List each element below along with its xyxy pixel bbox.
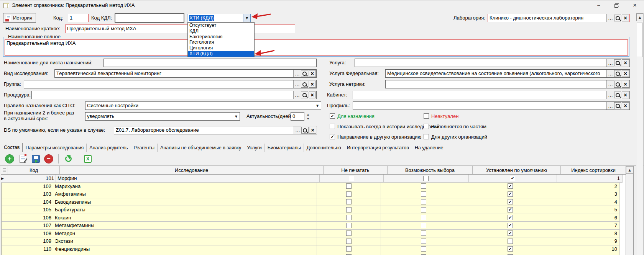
search-icon[interactable] (301, 92, 308, 98)
delete-button[interactable]: − (44, 154, 54, 164)
form-scrollbar[interactable]: ▲ (636, 13, 644, 255)
name-for-sheet-input[interactable] (104, 59, 317, 67)
default-checkbox[interactable]: ✔ (508, 199, 513, 204)
search-icon[interactable] (614, 70, 621, 77)
tab-analizy-ne-obedinyaemye[interactable]: Анализы не объединяемые в заявку (158, 144, 244, 152)
tab-biomaterialy[interactable]: Биоматериалы (265, 144, 304, 152)
no-print-checkbox[interactable] (346, 183, 352, 189)
cabinet-field[interactable]: … × (353, 91, 630, 99)
search-icon[interactable] (301, 81, 308, 88)
table-row[interactable]: 105 Барбитураты ✔ 5 (1, 206, 633, 214)
checkbox-for-assignment[interactable]: ✔ Для назначения (330, 113, 375, 119)
table-row[interactable]: 102 Марихуана ✔ 2 (1, 183, 633, 191)
clear-button[interactable]: × (622, 59, 629, 66)
no-print-checkbox[interactable] (346, 230, 352, 236)
table-row[interactable]: 110 Фенциклидины ✔ 10 (1, 245, 633, 253)
repeat-assign-combobox[interactable]: уведомлять ▼ (85, 112, 240, 121)
laboratory-field[interactable]: Клинико - диагностическая лаборатория … … (488, 14, 630, 22)
can-select-checkbox[interactable] (421, 246, 426, 252)
no-print-checkbox[interactable] (346, 246, 352, 252)
table-row[interactable]: 109 Экстази 9 (1, 237, 633, 245)
chevron-down-icon[interactable]: ▼ (233, 113, 240, 120)
dropdown-option[interactable]: Бактериология (188, 34, 254, 40)
search-icon[interactable] (614, 81, 621, 88)
add-button[interactable]: + (5, 154, 15, 164)
chevron-down-icon[interactable]: ▼ (243, 14, 250, 22)
clear-button[interactable]: × (622, 81, 629, 88)
search-icon[interactable] (614, 15, 621, 21)
default-checkbox[interactable]: ✔ (508, 191, 513, 197)
table-row[interactable]: 106 Кокаин ✔ 6 (1, 214, 633, 222)
edit-button[interactable] (18, 154, 28, 164)
clear-button[interactable]: × (309, 70, 316, 77)
history-button[interactable]: История (3, 13, 36, 23)
no-print-checkbox[interactable] (346, 199, 352, 204)
can-select-checkbox[interactable] (421, 215, 426, 220)
restore-button[interactable] (608, 0, 625, 10)
can-select-checkbox[interactable] (423, 176, 429, 181)
can-select-checkbox[interactable] (421, 207, 426, 212)
code-kdl-input[interactable] (115, 13, 184, 23)
chevron-down-icon[interactable]: ▼ (314, 102, 321, 110)
table-row[interactable]: 103 Амфетамины ✔ 3 (1, 190, 633, 198)
search-icon[interactable] (614, 102, 621, 109)
tab-analiz-roditel[interactable]: Анализ-родитель (87, 144, 131, 152)
lab-type-combobox[interactable]: ХТИ (КДЛ) ▼ (187, 14, 251, 22)
default-checkbox[interactable]: ✔ (508, 215, 513, 220)
checkbox-inactive[interactable]: Неактуален (424, 113, 458, 119)
lookup-ellipsis-button[interactable]: … (606, 102, 614, 110)
column-header-no-print[interactable]: Не печатать (324, 166, 388, 174)
service-netriki-field[interactable]: … × (385, 80, 630, 88)
no-print-checkbox[interactable] (346, 223, 352, 228)
cito-rule-combobox[interactable]: Системные настройки ▼ (85, 101, 321, 110)
no-print-checkbox[interactable] (346, 215, 352, 220)
can-select-checkbox[interactable] (421, 191, 426, 197)
no-print-checkbox[interactable] (346, 207, 352, 212)
spin-up-icon[interactable]: ▲ (305, 112, 311, 116)
scroll-up-icon[interactable]: ▲ (636, 13, 643, 21)
can-select-checkbox[interactable] (421, 183, 426, 189)
no-print-checkbox[interactable] (349, 176, 354, 181)
minimize-button[interactable]: − (590, 0, 607, 10)
table-row[interactable]: 108 Метадон ✔ 8 (1, 230, 633, 238)
tab-dopolnitelno[interactable]: Дополнительно (304, 144, 344, 152)
column-header-default[interactable]: Установлен по умолчанию (473, 166, 561, 174)
lookup-ellipsis-button[interactable]: … (606, 70, 614, 77)
research-type-field[interactable]: Терапевтический лекарственный мониторинг… (54, 69, 317, 78)
can-select-checkbox[interactable] (421, 230, 426, 236)
clear-button[interactable]: × (622, 102, 629, 109)
checkbox-box[interactable] (330, 124, 335, 129)
table-row-partial[interactable] (1, 253, 633, 255)
search-icon[interactable] (614, 59, 621, 66)
default-checkbox[interactable]: ✔ (508, 230, 513, 236)
close-button[interactable]: × (626, 0, 643, 10)
checkbox-box[interactable] (424, 134, 429, 139)
table-row[interactable]: 107 Метамфетамины ✔ 7 (1, 222, 633, 230)
lookup-ellipsis-button[interactable]: … (293, 91, 301, 99)
lookup-ellipsis-button[interactable]: … (294, 126, 301, 134)
lookup-ellipsis-button[interactable]: … (606, 80, 614, 88)
scrollbar-thumb[interactable] (637, 23, 643, 57)
lookup-ellipsis-button[interactable]: … (293, 70, 301, 77)
clear-button[interactable]: × (622, 15, 629, 21)
save-button[interactable] (31, 154, 41, 164)
checkbox-box[interactable]: ✔ (330, 113, 335, 119)
can-select-checkbox[interactable] (421, 239, 426, 244)
code-input[interactable]: 1 (68, 14, 89, 22)
lookup-ellipsis-button[interactable]: … (606, 59, 614, 67)
full-name-input[interactable]: Предварительный метод ИХА (5, 39, 628, 56)
scroll-up-icon[interactable]: ▲ (626, 166, 633, 174)
short-name-input[interactable]: Предварительный метод ИХА (65, 25, 295, 33)
default-checkbox[interactable]: ✔ (508, 207, 513, 212)
default-checkbox[interactable]: ✔ (508, 223, 513, 228)
default-checkbox[interactable]: ✔ (508, 183, 513, 189)
dropdown-option[interactable]: КДЛ (188, 28, 254, 34)
lookup-ellipsis-button[interactable]: … (606, 91, 614, 99)
checkbox-box[interactable]: ✔ (330, 134, 335, 139)
clear-button[interactable]: × (309, 127, 316, 134)
search-icon[interactable] (301, 127, 309, 134)
service-federal-field[interactable]: Медицинское освидетельствование на состо… (385, 69, 630, 78)
table-row[interactable]: ▶ 101 Морфин ✔ 1 (1, 175, 633, 183)
actuality-value[interactable]: 0 (291, 112, 304, 121)
search-icon[interactable] (301, 70, 308, 77)
